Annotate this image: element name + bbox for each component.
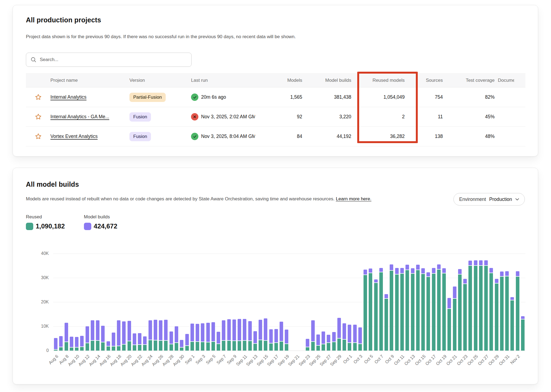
bar-aug-25[interactable] <box>154 320 157 351</box>
bar-aug-30[interactable] <box>180 340 183 351</box>
bar-aug-15[interactable] <box>101 326 105 351</box>
bar-segment-model-builds[interactable] <box>516 271 519 276</box>
favorite-star-button[interactable] <box>34 93 42 101</box>
bar-oct-15[interactable] <box>421 268 425 351</box>
bar-segment-reused[interactable] <box>316 346 320 351</box>
bar-segment-model-builds[interactable] <box>96 320 99 340</box>
bar-oct-7[interactable] <box>379 268 383 351</box>
bar-segment-model-builds[interactable] <box>133 333 136 345</box>
bar-segment-reused[interactable] <box>128 341 131 351</box>
bar-segment-model-builds[interactable] <box>211 322 215 341</box>
bar-segment-model-builds[interactable] <box>364 270 367 275</box>
bar-segment-model-builds[interactable] <box>149 320 152 339</box>
bar-segment-reused[interactable] <box>96 341 99 351</box>
bar-segment-reused[interactable] <box>112 346 115 351</box>
bar-segment-reused[interactable] <box>280 342 283 351</box>
bar-sep-18[interactable] <box>280 322 283 351</box>
bar-segment-model-builds[interactable] <box>65 323 68 342</box>
bar-aug-26[interactable] <box>159 320 162 351</box>
bar-segment-model-builds[interactable] <box>421 268 425 273</box>
bar-sep-6[interactable] <box>217 332 220 351</box>
bar-aug-23[interactable] <box>143 336 147 351</box>
bar-aug-28[interactable] <box>169 331 173 351</box>
bar-segment-model-builds[interactable] <box>479 260 483 265</box>
bar-segment-reused[interactable] <box>154 340 157 351</box>
bar-segment-model-builds[interactable] <box>458 269 462 274</box>
bar-segment-model-builds[interactable] <box>400 268 404 273</box>
bar-segment-model-builds[interactable] <box>495 279 498 283</box>
bar-segment-reused[interactable] <box>211 342 215 351</box>
bar-segment-model-builds[interactable] <box>322 331 325 344</box>
bar-aug-9[interactable] <box>70 337 73 351</box>
bar-segment-model-builds[interactable] <box>269 329 273 343</box>
bar-segment-reused[interactable] <box>175 343 178 351</box>
bar-oct-21[interactable] <box>453 287 456 351</box>
bar-sep-11[interactable] <box>243 319 246 351</box>
bar-segment-model-builds[interactable] <box>91 320 94 340</box>
bar-oct-25[interactable] <box>474 260 477 351</box>
bar-segment-model-builds[interactable] <box>259 320 262 340</box>
bar-aug-20[interactable] <box>128 321 131 351</box>
col-documentation[interactable]: Documentation <box>498 78 514 83</box>
bar-oct-10[interactable] <box>395 268 399 351</box>
bar-segment-reused[interactable] <box>369 273 372 351</box>
bar-segment-reused[interactable] <box>80 347 84 351</box>
bar-segment-model-builds[interactable] <box>232 319 236 340</box>
bar-sep-9[interactable] <box>232 319 236 351</box>
bar-segment-reused[interactable] <box>201 342 204 351</box>
bar-segment-reused[interactable] <box>54 350 57 351</box>
bar-oct-29[interactable] <box>495 279 498 351</box>
bar-segment-reused[interactable] <box>379 272 383 351</box>
bar-segment-reused[interactable] <box>222 341 225 351</box>
bar-segment-model-builds[interactable] <box>390 264 393 270</box>
bar-segment-reused[interactable] <box>248 341 252 351</box>
project-name-link[interactable]: Internal Analytics <box>50 94 86 100</box>
bar-segment-reused[interactable] <box>337 339 341 351</box>
bar-segment-reused[interactable] <box>180 348 183 351</box>
bar-segment-reused[interactable] <box>474 266 477 351</box>
bar-aug-18[interactable] <box>117 320 120 351</box>
bar-segment-model-builds[interactable] <box>468 261 472 266</box>
learn-more-link[interactable]: Learn more here. <box>336 196 371 201</box>
bar-aug-22[interactable] <box>138 333 141 351</box>
bar-segment-reused[interactable] <box>495 284 498 351</box>
bar-oct-9[interactable] <box>390 264 393 351</box>
bar-segment-reused[interactable] <box>269 343 273 351</box>
bar-oct-3[interactable] <box>358 327 362 351</box>
bar-segment-model-builds[interactable] <box>122 321 126 344</box>
bar-sep-4[interactable] <box>206 323 210 351</box>
bar-segment-reused[interactable] <box>332 342 336 351</box>
bar-segment-model-builds[interactable] <box>285 330 288 343</box>
bar-segment-model-builds[interactable] <box>70 337 73 347</box>
bar-oct-30[interactable] <box>500 272 504 351</box>
bar-segment-reused[interactable] <box>206 342 210 351</box>
bar-segment-model-builds[interactable] <box>185 334 189 345</box>
bar-sep-29[interactable] <box>337 318 341 351</box>
bar-aug-10[interactable] <box>75 337 78 351</box>
bar-segment-model-builds[interactable] <box>180 340 183 347</box>
bar-segment-reused[interactable] <box>101 342 105 351</box>
bar-segment-reused[interactable] <box>447 309 451 351</box>
bar-sep-8[interactable] <box>227 319 231 351</box>
bar-segment-reused[interactable] <box>238 341 241 351</box>
bar-aug-14[interactable] <box>96 320 99 351</box>
bar-segment-model-builds[interactable] <box>369 269 372 273</box>
bar-segment-reused[interactable] <box>421 274 425 351</box>
bar-aug-17[interactable] <box>112 333 115 351</box>
bar-sep-25[interactable] <box>316 334 320 351</box>
search-input[interactable] <box>40 57 187 62</box>
bar-sep-5[interactable] <box>211 322 215 351</box>
bar-segment-reused[interactable] <box>133 345 136 351</box>
bar-segment-reused[interactable] <box>185 346 189 351</box>
bar-segment-reused[interactable] <box>390 271 393 351</box>
bar-segment-reused[interactable] <box>122 345 126 351</box>
bar-segment-model-builds[interactable] <box>154 320 157 340</box>
bar-segment-model-builds[interactable] <box>489 268 493 273</box>
bar-segment-model-builds[interactable] <box>101 326 105 342</box>
bar-segment-reused[interactable] <box>426 277 430 351</box>
favorite-star-button[interactable] <box>34 113 42 121</box>
bar-segment-model-builds[interactable] <box>201 323 204 342</box>
bar-aug-29[interactable] <box>175 326 178 351</box>
bar-oct-14[interactable] <box>416 265 420 351</box>
bar-segment-reused[interactable] <box>306 347 309 351</box>
